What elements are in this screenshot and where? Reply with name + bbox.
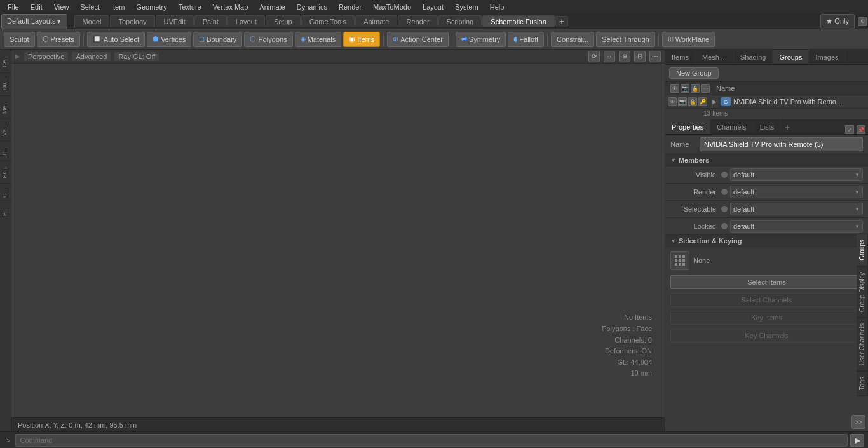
sidebar-item-6[interactable]: C... (0, 183, 11, 203)
menu-file[interactable]: File (3, 2, 24, 12)
menu-system[interactable]: System (450, 2, 484, 12)
tab-gametools[interactable]: Game Tools (301, 15, 355, 27)
row-lock-icon[interactable]: 🔒 (688, 97, 697, 106)
expand-more-button[interactable]: >> (851, 415, 865, 429)
menu-item[interactable]: Item (106, 2, 130, 12)
viewport-ctrl-zoom[interactable]: ⊕ (619, 51, 630, 62)
workplane-button[interactable]: ⊞ WorkPlane (662, 32, 715, 47)
key-items-button[interactable]: Key Items (670, 311, 863, 325)
rp-tab-images[interactable]: Images (809, 50, 845, 64)
key-channels-button[interactable]: Key Channels (670, 329, 863, 343)
viewport-toggle[interactable]: ▶ (15, 53, 20, 60)
menu-edit[interactable]: Edit (25, 2, 48, 12)
items-button[interactable]: ◉ Items (343, 32, 380, 47)
select-through-button[interactable]: Select Through (596, 32, 654, 47)
props-pin-icon[interactable]: 📌 (857, 125, 865, 134)
menu-animate[interactable]: Animate (254, 2, 290, 12)
sidebar-item-0[interactable]: De... (0, 50, 11, 72)
row-key-icon[interactable]: 🔑 (698, 97, 707, 106)
falloff-button[interactable]: ◖ Falloff (508, 32, 544, 47)
rp-tab-groups[interactable]: Groups (773, 50, 809, 64)
layout-dropdown[interactable]: Default Layouts ▾ (1, 14, 67, 29)
symmetry-button[interactable]: ⇌ Symmetry (456, 32, 506, 47)
tab-schematic-fusion[interactable]: Schematic Fusion (482, 15, 554, 27)
menu-dynamics[interactable]: Dynamics (292, 2, 332, 12)
name-input[interactable] (700, 137, 863, 151)
tab-paint[interactable]: Paint (194, 15, 227, 27)
menu-layout[interactable]: Layout (417, 2, 449, 12)
tab-render[interactable]: Render (398, 15, 437, 27)
members-section-header[interactable]: ▼ Members (665, 154, 868, 166)
constraints-button[interactable]: Constrai... (551, 32, 594, 47)
expand-btn-1[interactable]: ▶ (710, 97, 719, 106)
cmd-expand-icon[interactable]: > (4, 435, 13, 445)
row-camera-icon[interactable]: 📷 (678, 97, 687, 106)
viewport-ctrl-more[interactable]: ⋯ (649, 51, 661, 62)
menu-vertexmap[interactable]: Vertex Map (208, 2, 254, 12)
row-eye-icon[interactable]: 👁 (668, 97, 677, 106)
viewport-raygl[interactable]: Ray GL: Off (114, 52, 159, 61)
menu-texture[interactable]: Texture (173, 2, 207, 12)
render-select[interactable]: default ▼ (730, 186, 863, 198)
vtab-user-channels[interactable]: User Channels (857, 318, 868, 371)
tab-setup[interactable]: Setup (266, 15, 301, 27)
eye-icon[interactable]: 👁 (670, 84, 679, 93)
new-group-button[interactable]: New Group (669, 67, 719, 79)
tab-topology[interactable]: Topology (110, 15, 154, 27)
sidebar-item-1[interactable]: Du... (0, 72, 11, 95)
tab-layout[interactable]: Layout (227, 15, 265, 27)
sidebar-item-3[interactable]: Ve... (0, 119, 11, 141)
sidebar-item-7[interactable]: F... (0, 203, 11, 221)
polygons-button[interactable]: ⬡ Polygons (244, 32, 292, 47)
tab-animate[interactable]: Animate (355, 15, 397, 27)
group-row-1[interactable]: 👁 📷 🔒 🔑 ▶ G NVIDIA Shield TV Pro with Re… (665, 95, 868, 109)
menu-select[interactable]: Select (75, 2, 105, 12)
auto-select-button[interactable]: 🔲 Auto Select (87, 32, 145, 47)
boundary-button[interactable]: ◻ Boundary (193, 32, 242, 47)
select-channels-button[interactable]: Select Channels (670, 293, 863, 307)
props-expand-icon[interactable]: ⤢ (845, 125, 854, 134)
viewport-perspective[interactable]: Perspective (24, 52, 68, 61)
sel-keying-section-header[interactable]: ▼ Selection & Keying (665, 235, 868, 247)
viewport-ctrl-rotate[interactable]: ⟳ (588, 51, 600, 62)
vertices-button[interactable]: ⬟ Vertices (147, 32, 191, 47)
props-tab-channels[interactable]: Channels (710, 119, 753, 134)
sculpt-button[interactable]: Sculpt (4, 32, 35, 47)
sidebar-item-5[interactable]: Po... (0, 161, 11, 184)
lock-icon[interactable]: 🔒 (691, 84, 700, 93)
sidebar-item-2[interactable]: Me... (0, 95, 11, 119)
settings-icon[interactable]: ⚙ (858, 17, 867, 26)
visible-select[interactable]: default ▼ (730, 168, 863, 181)
viewport-canvas[interactable]: X Y Z No Items Polygons : Face Channels:… (11, 64, 665, 417)
tab-uvedit[interactable]: UVEdit (156, 15, 194, 27)
props-tab-lists[interactable]: Lists (754, 119, 782, 134)
viewport-ctrl-pan[interactable]: ↔ (604, 51, 615, 62)
star-only-button[interactable]: ★ Only (820, 14, 855, 29)
rp-tab-mesh[interactable]: Mesh ... (696, 50, 734, 64)
tab-model[interactable]: Model (74, 15, 110, 27)
vtab-groups[interactable]: Groups (857, 234, 868, 266)
command-input[interactable] (15, 434, 848, 447)
materials-button[interactable]: ◈ Materials (295, 32, 342, 47)
sidebar-item-4[interactable]: E... (0, 141, 11, 161)
add-props-tab-button[interactable]: + (781, 119, 794, 134)
viewport-advanced[interactable]: Advanced (72, 52, 111, 61)
tab-scripting[interactable]: Scripting (438, 15, 482, 27)
selectable-select[interactable]: default ▼ (730, 203, 863, 215)
menu-render[interactable]: Render (334, 2, 367, 12)
camera-icon[interactable]: 📷 (681, 84, 689, 93)
menu-view[interactable]: View (49, 2, 74, 12)
locked-select[interactable]: default ▼ (730, 220, 863, 233)
more-icon[interactable]: ⋯ (701, 84, 710, 93)
select-items-button[interactable]: Select Items (670, 275, 863, 289)
presets-button[interactable]: ⬡ Presets (37, 32, 80, 47)
vtab-tags[interactable]: Tags (857, 371, 868, 396)
rp-tab-shading[interactable]: Shading (734, 50, 773, 64)
menu-help[interactable]: Help (485, 2, 510, 12)
rp-tab-items[interactable]: Items (665, 50, 696, 64)
menu-geometry[interactable]: Geometry (131, 2, 172, 12)
menu-maxtomodo[interactable]: MaxToModo (368, 2, 416, 12)
add-tab-button[interactable]: + (555, 16, 568, 27)
viewport-ctrl-fit[interactable]: ⊡ (634, 51, 646, 62)
action-center-button[interactable]: ⊕ Action Center (387, 32, 449, 47)
